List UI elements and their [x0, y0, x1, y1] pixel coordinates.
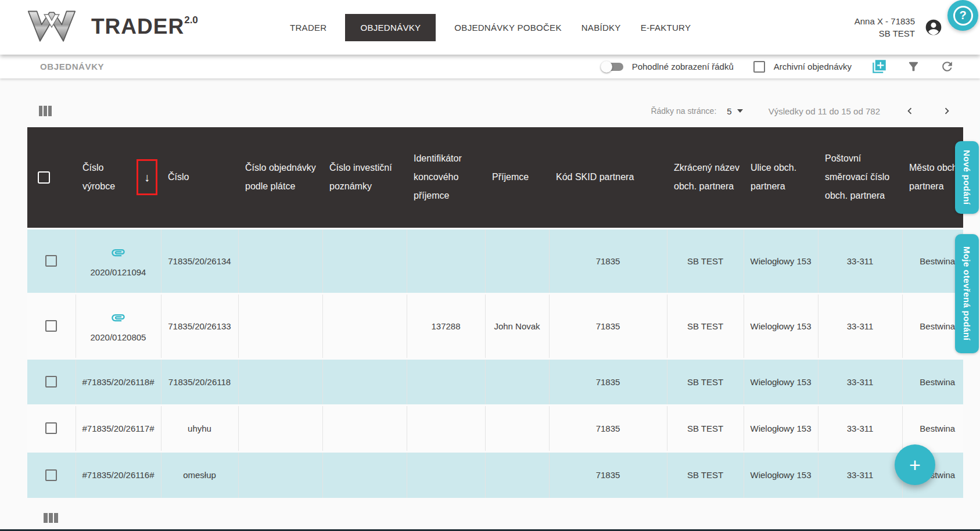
cell-r1-c10: Bestwina	[902, 293, 963, 358]
cell-r0-c8: Wielogłowy 153	[744, 228, 818, 293]
column-header-9[interactable]: Poštovní směrovací číslo obch. partnera	[818, 127, 902, 228]
cell-r1-c7: SB TEST	[667, 293, 744, 358]
cell-r2-c1: 71835/20/26118	[161, 358, 238, 405]
chevron-left-icon	[903, 105, 916, 117]
attachment-icon[interactable]	[110, 310, 126, 325]
cell-r4-c9: 33-311	[818, 451, 902, 498]
cell-r4-c8: Wielogłowy 153	[744, 451, 818, 498]
select-all-checkbox[interactable]	[38, 171, 50, 184]
tab-objedn-vky-pobo-ek[interactable]: OBJEDNÁVKY POBOČEK	[453, 14, 562, 41]
cell-r0-c4	[407, 228, 485, 293]
tab-nab-dky[interactable]: NABÍDKY	[580, 14, 622, 41]
cell-r1-c6: 71835	[549, 293, 667, 358]
user-name: Anna X - 71835	[855, 15, 915, 27]
column-header-3[interactable]: Číslo investiční poznámky	[322, 127, 407, 228]
cell-r4-c6: 71835	[549, 451, 667, 498]
new-submission-button[interactable]: Nové podání	[955, 141, 979, 214]
row-checkbox[interactable]	[45, 469, 57, 481]
cell-r3-c9: 33-311	[818, 405, 902, 451]
column-header-6[interactable]: Kód SKID partnera	[549, 127, 667, 228]
user-org: SB TEST	[855, 27, 915, 40]
row-checkbox[interactable]	[45, 422, 57, 434]
filter-button[interactable]	[907, 60, 920, 73]
help-question-icon: ?	[953, 6, 973, 26]
cell-r4-c0: #71835/20/26116#	[76, 451, 161, 498]
cell-r1-c5: John Novak	[485, 293, 549, 358]
chevron-right-icon	[940, 105, 953, 117]
cell-r2-c5	[485, 358, 549, 405]
refresh-icon	[940, 59, 954, 74]
column-header-0[interactable]: Číslo výrobce↓	[76, 127, 161, 228]
account-icon[interactable]	[924, 18, 943, 37]
cell-r0-c10: Bestwina	[902, 228, 963, 293]
cell-r1-c8: Wielogłowy 153	[744, 293, 818, 358]
rows-per-page-value: 5	[727, 106, 731, 116]
column-header-1[interactable]: Číslo	[161, 127, 238, 228]
cell-r0-c6: 71835	[549, 228, 667, 293]
cell-r0-c2	[238, 228, 322, 293]
column-header-label: Číslo výrobce	[82, 159, 137, 196]
help-button[interactable]: ?	[947, 0, 978, 31]
prev-page-button[interactable]	[902, 103, 917, 119]
cell-r0-c1: 71835/20/26134	[161, 228, 238, 293]
cell-r2-c0: #71835/20/26118#	[76, 358, 161, 405]
attachment-icon[interactable]	[110, 245, 126, 260]
filter-funnel-icon	[907, 60, 920, 73]
comfortable-rows-toggle[interactable]	[602, 63, 623, 71]
add-order-fab[interactable]: +	[895, 444, 935, 485]
cell-r4-c3	[322, 451, 407, 498]
cell-r2-c4	[407, 358, 485, 405]
cell-r4-c7: SB TEST	[667, 451, 744, 498]
row-checkbox[interactable]	[45, 320, 57, 332]
column-header-4[interactable]: Identifikátor koncového příjemce	[407, 127, 485, 228]
cell-r4-c4	[407, 451, 485, 498]
pagination-row: Řádky na stránce: 5 Výsledky od 11 do 15…	[0, 78, 980, 127]
table-row[interactable]: #71835/20/26118#71835/20/2611871835SB TE…	[27, 358, 963, 405]
cell-r2-c9: 33-311	[818, 358, 902, 405]
column-settings-button[interactable]	[39, 106, 52, 116]
cell-r0-c7: SB TEST	[667, 228, 744, 293]
column-header-5[interactable]: Příjemce	[485, 127, 549, 228]
cell-r4-c5	[485, 451, 549, 498]
user-info: Anna X - 71835 SB TEST	[855, 15, 915, 40]
row-checkbox-cell	[27, 451, 76, 498]
rows-per-page-select[interactable]: 5	[727, 106, 742, 116]
table-row[interactable]: 2020/012080571835/20/26133137288John Nov…	[27, 293, 963, 358]
table-header-row: Číslo výrobce↓ČísloČíslo objednávky podl…	[27, 127, 963, 228]
column-header-7[interactable]: Zkrácený název obch. partnera	[667, 127, 744, 228]
cell-r2-c3	[322, 358, 407, 405]
sort-desc-icon[interactable]: ↓	[144, 171, 150, 183]
column-header-10[interactable]: Město obch. partnera	[902, 127, 963, 228]
row-checkbox-cell	[27, 228, 76, 293]
plus-icon: +	[909, 454, 921, 476]
dropdown-caret-icon	[737, 109, 743, 113]
cell-r3-c0: #71835/20/26117#	[76, 405, 161, 451]
tab-trader[interactable]: TRADER	[289, 14, 328, 41]
tab-e-faktury[interactable]: E-FAKTURY	[640, 14, 692, 41]
refresh-button[interactable]	[940, 59, 954, 74]
cell-r1-c2	[238, 293, 322, 358]
row-checkbox[interactable]	[45, 255, 57, 267]
table-row[interactable]: 2020/012109471835/20/2613471835SB TESTWi…	[27, 228, 963, 293]
user-area[interactable]: Anna X - 71835 SB TEST	[855, 0, 943, 55]
table-row[interactable]: #71835/20/26117#uhyhu71835SB TESTWielogł…	[27, 405, 963, 451]
row-checkbox[interactable]	[45, 376, 57, 388]
next-page-button[interactable]	[939, 103, 954, 119]
my-open-submissions-button[interactable]: Moje otevřená podání	[955, 234, 979, 353]
column-header-8[interactable]: Ulice obch. partnera	[744, 127, 818, 228]
page-title: OBJEDNÁVKY	[40, 62, 104, 71]
tab-objedn-vky[interactable]: OBJEDNÁVKY	[345, 14, 436, 41]
column-header-2[interactable]: Číslo objednávky podle plátce	[238, 127, 322, 228]
top-navigation-bar: TRADER2.0 TRADEROBJEDNÁVKYOBJEDNÁVKY POB…	[0, 0, 980, 55]
cell-r2-c8: Wielogłowy 153	[744, 358, 818, 405]
column-settings-bottom-button[interactable]	[44, 513, 980, 523]
table-body: 2020/012109471835/20/2613471835SB TESTWi…	[27, 228, 963, 498]
cell-r0-c5	[485, 228, 549, 293]
table-row[interactable]: #71835/20/26116#omesłup71835SB TESTWielo…	[27, 451, 963, 498]
orders-table-wrap: Číslo výrobce↓ČísloČíslo objednávky podl…	[27, 127, 963, 498]
row-checkbox-cell	[27, 293, 76, 358]
archive-orders-checkbox[interactable]	[753, 61, 765, 73]
cell-r1-c1: 71835/20/26133	[161, 293, 238, 358]
cell-r2-c10: Bestwina	[902, 358, 963, 405]
add-view-button[interactable]	[871, 59, 887, 74]
